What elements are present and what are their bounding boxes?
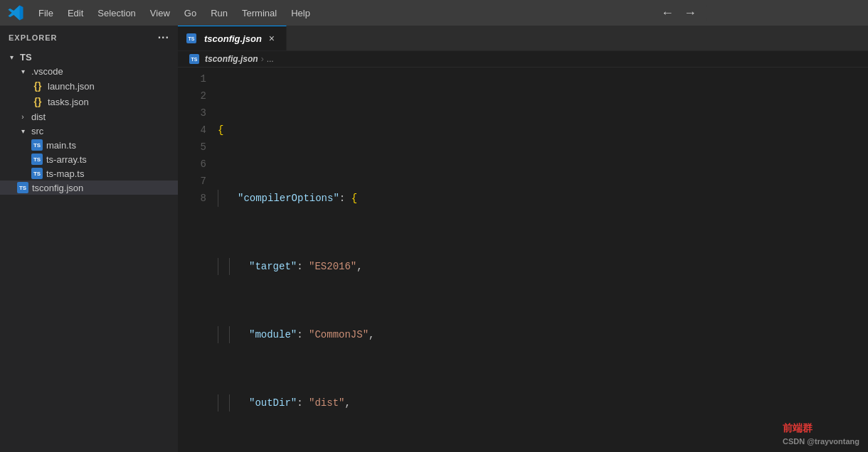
file-label-ts-map: ts-map.ts bbox=[46, 168, 84, 179]
sidebar: Explorer ··· TS .vscode {} launch.json bbox=[0, 26, 178, 452]
tab-close-button[interactable]: × bbox=[266, 33, 277, 44]
val-target: "ES2016" bbox=[309, 258, 356, 275]
file-tree: TS .vscode {} launch.json {} tasks.json bbox=[0, 50, 178, 452]
sidebar-more-button[interactable]: ··· bbox=[158, 31, 169, 44]
tab-tsconfig-json[interactable]: TS tsconfig.json × bbox=[178, 26, 287, 50]
tree-item-tasks-json[interactable]: {} tasks.json bbox=[0, 94, 178, 109]
tree-item-dist[interactable]: dist bbox=[0, 109, 178, 124]
file-label-launch-json: launch.json bbox=[48, 81, 95, 92]
json-icon-launch: {} bbox=[31, 80, 44, 92]
json-icon-tasks: {} bbox=[31, 95, 44, 108]
breadcrumb-ts-icon: TS bbox=[189, 54, 199, 64]
tree-item-main-ts[interactable]: TS main.ts bbox=[0, 138, 178, 152]
menu-go[interactable]: Go bbox=[177, 5, 203, 21]
nav-buttons: ← → bbox=[657, 3, 700, 23]
tab-label: tsconfig.json bbox=[204, 33, 262, 44]
chevron-ts-root bbox=[6, 51, 17, 63]
key-compilerOptions: "compilerOptions" bbox=[238, 190, 339, 207]
chevron-vscode bbox=[17, 65, 28, 77]
main-area: Explorer ··· TS .vscode {} launch.json bbox=[0, 26, 868, 452]
ts-icon-array: TS bbox=[31, 154, 43, 165]
code-line-2: "compilerOptions": { bbox=[212, 190, 868, 207]
code-editor[interactable]: 1 2 3 4 5 6 7 8 { "compilerOptions": { bbox=[178, 68, 868, 452]
key-outDir: "outDir" bbox=[249, 394, 297, 411]
tree-item-ts-map[interactable]: TS ts-map.ts bbox=[0, 166, 178, 181]
key-target: "target" bbox=[249, 258, 297, 275]
menu-help[interactable]: Help bbox=[284, 5, 317, 21]
tree-item-ts-root[interactable]: TS bbox=[0, 50, 178, 64]
val-module: "CommonJS" bbox=[309, 326, 369, 343]
tree-item-src[interactable]: src bbox=[0, 124, 178, 138]
tab-ts-icon: TS bbox=[186, 33, 196, 43]
key-module: "module" bbox=[249, 326, 297, 343]
chevron-dist bbox=[17, 111, 28, 122]
menu-run[interactable]: Run bbox=[203, 5, 235, 21]
code-content[interactable]: { "compilerOptions": { "target": "ES2016… bbox=[212, 68, 868, 452]
ts-icon-map: TS bbox=[31, 168, 43, 179]
file-label-ts-array: ts-array.ts bbox=[46, 154, 87, 165]
tree-item-ts-array[interactable]: TS ts-array.ts bbox=[0, 152, 178, 166]
folder-label-src: src bbox=[31, 126, 43, 136]
breadcrumb-separator: › bbox=[261, 54, 264, 64]
breadcrumb: TS tsconfig.json › ... bbox=[178, 51, 868, 68]
chevron-src bbox=[17, 125, 28, 136]
menu-selection[interactable]: Selection bbox=[90, 5, 142, 21]
sidebar-header: Explorer ··· bbox=[0, 26, 178, 50]
menu-edit[interactable]: Edit bbox=[60, 5, 90, 21]
back-button[interactable]: ← bbox=[657, 3, 677, 23]
search-input[interactable] bbox=[706, 4, 862, 21]
file-label-tasks-json: tasks.json bbox=[48, 97, 89, 107]
file-label-main-ts: main.ts bbox=[46, 140, 76, 151]
folder-label-dist: dist bbox=[31, 112, 46, 122]
menubar: File Edit Selection View Go Run Terminal… bbox=[0, 0, 868, 26]
ts-icon-main: TS bbox=[31, 139, 43, 151]
tab-bar: TS tsconfig.json × bbox=[178, 26, 868, 51]
menu-view[interactable]: View bbox=[143, 5, 177, 21]
brace-open: { bbox=[218, 122, 223, 139]
explorer-label: Explorer bbox=[9, 33, 58, 42]
tree-item-launch-json[interactable]: {} launch.json bbox=[0, 78, 178, 94]
menu-file[interactable]: File bbox=[31, 5, 60, 21]
breadcrumb-file: tsconfig.json bbox=[205, 54, 258, 64]
code-line-5: "outDir": "dist", bbox=[212, 394, 868, 411]
editor-area: TS tsconfig.json × TS tsconfig.json › ..… bbox=[178, 26, 868, 452]
menu-terminal[interactable]: Terminal bbox=[235, 5, 284, 21]
forward-button[interactable]: → bbox=[680, 3, 700, 23]
val-outDir: "dist" bbox=[309, 394, 344, 411]
vscode-logo bbox=[6, 3, 26, 23]
file-label-tsconfig: tsconfig.json bbox=[32, 183, 83, 193]
line-numbers: 1 2 3 4 5 6 7 8 bbox=[178, 68, 212, 452]
folder-label-ts: TS bbox=[20, 52, 32, 63]
code-line-4: "module": "CommonJS", bbox=[212, 326, 868, 343]
tsconfig-icon: TS bbox=[17, 182, 28, 193]
code-line-1: { bbox=[212, 122, 868, 139]
tree-item-tsconfig-json[interactable]: TS tsconfig.json bbox=[0, 181, 178, 195]
tree-item-vscode[interactable]: .vscode bbox=[0, 64, 178, 78]
breadcrumb-rest: ... bbox=[267, 54, 274, 64]
code-line-3: "target": "ES2016", bbox=[212, 258, 868, 275]
folder-label-vscode: .vscode bbox=[31, 66, 63, 77]
